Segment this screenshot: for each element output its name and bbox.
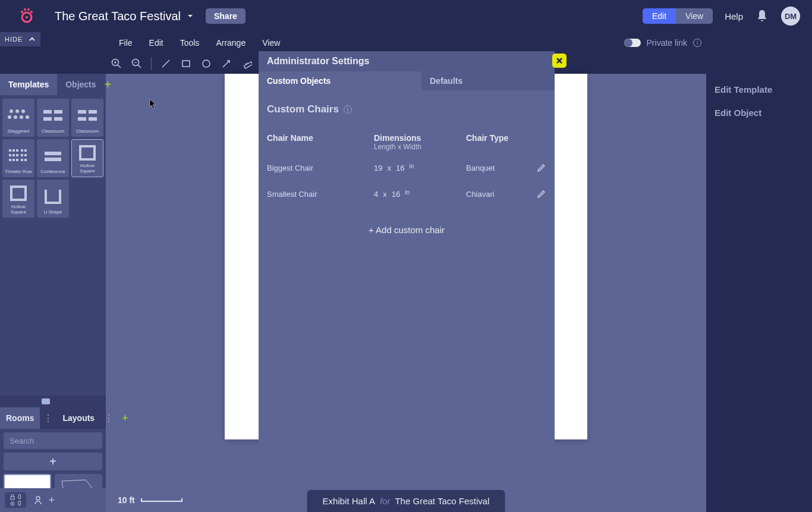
edit-template-link[interactable]: Edit Template (715, 84, 804, 95)
tab-defaults[interactable]: Defaults (421, 71, 471, 90)
hide-panel-button[interactable]: HIDE (0, 32, 40, 46)
svg-rect-54 (45, 158, 61, 161)
view-mode-button[interactable]: View (676, 8, 713, 24)
info-icon[interactable]: i (693, 39, 701, 47)
svg-line-11 (138, 65, 141, 68)
chair-type: Chiavari (466, 190, 525, 199)
tab-custom-objects[interactable]: Custom Objects (259, 71, 421, 90)
event-name: The Great Taco Festival (395, 496, 489, 506)
lock-icon (10, 494, 15, 500)
tab-templates[interactable]: Templates (0, 74, 57, 95)
scale-label: 10 ft (118, 495, 135, 505)
svg-rect-36 (78, 117, 86, 121)
svg-rect-45 (16, 154, 18, 156)
circle-tool-icon[interactable] (200, 58, 212, 70)
user-icon[interactable] (32, 494, 45, 507)
svg-point-28 (20, 115, 23, 119)
svg-rect-30 (43, 110, 52, 114)
gear-icon (10, 501, 15, 507)
template-classroom-1[interactable]: Classroom (37, 99, 69, 137)
svg-rect-37 (89, 117, 97, 121)
ruler-tool-icon[interactable] (241, 58, 253, 70)
tab-rooms[interactable]: Rooms (0, 407, 40, 429)
chevron-down-icon[interactable] (187, 12, 206, 20)
edit-icon[interactable] (537, 163, 546, 172)
gear-count: 0 (18, 500, 21, 507)
template-staggered[interactable]: Staggered (2, 99, 34, 137)
share-button[interactable]: Share (206, 8, 246, 24)
template-zoom-slider[interactable] (0, 395, 106, 407)
menu-file[interactable]: File (111, 38, 141, 48)
breadcrumb: Exhibit Hall A for The Great Taco Festiv… (307, 490, 505, 512)
menu-arrange[interactable]: Arrange (207, 38, 254, 48)
section-title: Custom Chairs (267, 103, 339, 115)
col-chair-name: Chair Name (267, 133, 374, 151)
add-room-tab-button[interactable]: + (117, 412, 133, 425)
svg-line-13 (162, 60, 169, 67)
svg-rect-42 (24, 149, 27, 152)
svg-point-62 (36, 497, 40, 500)
svg-rect-41 (21, 149, 23, 152)
svg-rect-35 (89, 110, 97, 114)
rooms-menu-icon[interactable]: ⋮ (40, 413, 56, 424)
svg-rect-39 (12, 149, 15, 152)
menu-edit[interactable]: Edit (141, 38, 172, 48)
template-u-shape[interactable]: U Shape (37, 180, 69, 218)
template-hollow-square-1[interactable]: Hollow Square (71, 139, 103, 177)
close-icon[interactable] (552, 54, 566, 68)
zoom-in-icon[interactable] (111, 58, 122, 70)
svg-point-27 (14, 115, 17, 119)
arrow-tool-icon[interactable] (221, 58, 232, 70)
svg-line-18 (245, 64, 246, 65)
bell-icon[interactable] (756, 10, 781, 23)
search-input[interactable] (4, 432, 102, 449)
template-conference[interactable]: Conference (37, 139, 69, 177)
svg-rect-48 (9, 159, 11, 161)
logo[interactable] (17, 6, 37, 26)
svg-rect-47 (24, 154, 27, 156)
table-row: Biggest Chair 19 x 16 in Banquet (267, 155, 546, 181)
svg-rect-49 (12, 159, 15, 161)
admin-settings-modal: Administrator Settings Custom Objects De… (259, 51, 555, 464)
edit-object-link[interactable]: Edit Object (715, 108, 804, 118)
lock-count: 0 (18, 494, 21, 500)
template-hollow-square-2[interactable]: Hollow Square (2, 180, 34, 218)
line-tool-icon[interactable] (160, 58, 172, 70)
add-custom-chair-button[interactable]: + Add custom chair (267, 225, 546, 235)
avatar[interactable]: DM (781, 7, 800, 26)
zoom-out-icon[interactable] (131, 58, 143, 70)
svg-point-29 (26, 115, 29, 119)
table-row: Smallest Chair 4 x 16 in Chiavari (267, 181, 546, 207)
edit-icon[interactable] (537, 189, 546, 199)
svg-point-24 (15, 109, 19, 113)
info-icon[interactable]: i (344, 105, 352, 114)
rect-tool-icon[interactable] (180, 58, 192, 70)
template-classroom-2[interactable]: Classroom (71, 99, 103, 137)
tab-layouts[interactable]: Layouts (56, 407, 100, 429)
tab-objects[interactable]: Objects (57, 74, 104, 95)
svg-point-25 (21, 109, 25, 113)
svg-line-20 (247, 62, 248, 64)
project-title: The Great Taco Festival (55, 10, 181, 23)
help-link[interactable]: Help (725, 11, 743, 21)
svg-rect-14 (182, 61, 190, 67)
menu-view[interactable]: View (254, 38, 288, 48)
svg-point-23 (10, 109, 13, 113)
private-link-toggle[interactable] (624, 39, 641, 47)
svg-rect-17 (244, 62, 252, 68)
svg-rect-33 (54, 117, 62, 121)
add-template-button[interactable]: + (105, 78, 112, 92)
svg-rect-38 (9, 149, 11, 152)
edit-mode-button[interactable]: Edit (643, 8, 676, 24)
add-room-button[interactable]: + (4, 453, 102, 470)
svg-line-16 (223, 61, 229, 67)
hide-label: HIDE (5, 36, 23, 43)
svg-line-19 (246, 63, 247, 64)
svg-point-26 (8, 115, 11, 119)
layouts-menu-icon[interactable]: ⋮ (100, 413, 117, 424)
add-user-button[interactable]: + (49, 494, 55, 507)
menu-tools[interactable]: Tools (172, 38, 208, 48)
template-theater[interactable]: Theater Row (2, 139, 34, 177)
svg-rect-52 (24, 159, 27, 161)
svg-point-3 (24, 8, 26, 11)
